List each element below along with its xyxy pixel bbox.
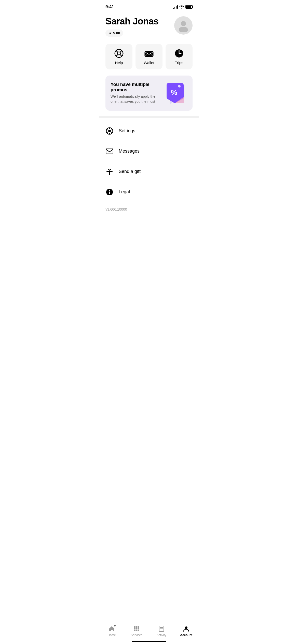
promo-text: You have multiple promos We'll automatic… [111, 82, 162, 104]
promo-banner[interactable]: You have multiple promos We'll automatic… [105, 76, 193, 111]
svg-rect-22 [112, 130, 113, 131]
legal-label: Legal [119, 189, 130, 195]
svg-line-7 [120, 55, 122, 56]
promo-illustration: % [162, 82, 187, 105]
promo-title: You have multiple promos [111, 82, 162, 93]
rating-value: 5.00 [113, 31, 120, 35]
svg-point-18 [108, 130, 111, 132]
envelope-icon [105, 147, 114, 155]
status-time: 9:41 [105, 4, 114, 9]
wifi-icon [179, 5, 184, 9]
gift-icon [105, 168, 114, 176]
rating-star-icon: ★ [109, 31, 112, 35]
svg-rect-27 [106, 149, 113, 154]
send-a-gift-label: Send a gift [119, 169, 141, 174]
svg-line-5 [120, 50, 122, 52]
quick-actions: Help Wallet Trips [99, 39, 199, 75]
wallet-action-card[interactable]: Wallet [136, 44, 162, 69]
user-name: Sarah Jonas [105, 16, 174, 26]
wallet-label: Wallet [144, 61, 154, 65]
settings-menu-item[interactable]: Settings [99, 121, 199, 141]
section-divider [99, 116, 199, 118]
wallet-icon [144, 48, 154, 58]
battery-icon [185, 5, 193, 9]
svg-point-1 [179, 27, 188, 32]
promo-description: We'll automatically apply the one that s… [111, 94, 162, 104]
svg-point-16 [178, 85, 181, 87]
status-bar: 9:41 [99, 0, 199, 12]
trips-icon [174, 48, 184, 58]
header: Sarah Jonas ★ 5.00 [99, 12, 199, 39]
svg-point-3 [117, 52, 120, 55]
trips-action-card[interactable]: Trips [166, 44, 193, 69]
help-action-card[interactable]: Help [105, 44, 132, 69]
settings-label: Settings [119, 128, 135, 134]
info-icon [105, 188, 114, 196]
messages-menu-item[interactable]: Messages [99, 141, 199, 162]
svg-line-6 [116, 55, 118, 56]
svg-text:%: % [171, 89, 177, 96]
help-label: Help [115, 61, 123, 65]
status-icons [173, 5, 193, 9]
svg-rect-19 [109, 127, 110, 129]
svg-line-4 [116, 50, 118, 52]
rating-badge: ★ 5.00 [105, 30, 123, 37]
version-text: v3.606.10000 [99, 204, 199, 219]
messages-label: Messages [119, 149, 140, 154]
svg-point-0 [181, 21, 186, 26]
header-left: Sarah Jonas ★ 5.00 [105, 16, 174, 37]
svg-rect-21 [106, 130, 107, 131]
svg-rect-20 [109, 133, 110, 134]
trips-label: Trips [175, 61, 183, 65]
menu-list: Settings Messages Send a gift [99, 119, 199, 204]
svg-point-32 [109, 190, 110, 191]
signal-icon [173, 5, 178, 9]
avatar[interactable] [174, 16, 193, 35]
avatar-icon [177, 19, 190, 32]
svg-rect-11 [145, 51, 153, 56]
legal-menu-item[interactable]: Legal [99, 182, 199, 202]
send-a-gift-menu-item[interactable]: Send a gift [99, 162, 199, 182]
help-icon [114, 48, 124, 58]
gear-icon [105, 127, 114, 135]
svg-rect-33 [109, 192, 110, 194]
